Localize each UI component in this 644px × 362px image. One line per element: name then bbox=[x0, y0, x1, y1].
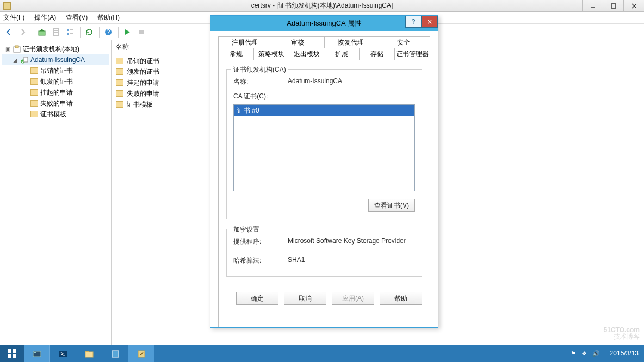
folder-icon bbox=[116, 58, 123, 64]
tab-enroll-agent[interactable]: 注册代理 bbox=[218, 36, 271, 48]
taskbar-item-powershell[interactable] bbox=[50, 345, 76, 362]
svg-rect-29 bbox=[85, 351, 89, 352]
taskbar-item-certsrv[interactable] bbox=[128, 345, 154, 362]
properties-button[interactable] bbox=[49, 26, 63, 39]
start-button[interactable] bbox=[0, 345, 24, 362]
svg-rect-25 bbox=[33, 351, 41, 357]
toolbar-separator bbox=[118, 27, 119, 38]
up-button[interactable] bbox=[35, 26, 48, 39]
taskbar-item-generic[interactable] bbox=[102, 345, 128, 362]
maximize-button[interactable] bbox=[603, 0, 623, 12]
folder-icon bbox=[30, 89, 38, 96]
network-icon[interactable]: ❖ bbox=[581, 350, 587, 357]
ca-cert-label: CA 证书(C): bbox=[233, 92, 415, 101]
tab-storage[interactable]: 存储 bbox=[359, 48, 395, 60]
dialog-tabs-row1: 注册代理 审核 恢复代理 安全 bbox=[218, 36, 430, 48]
refresh-button[interactable] bbox=[83, 26, 96, 39]
tree-ca-node[interactable]: ◢ Adatum-IssuingCA bbox=[2, 54, 109, 65]
minimize-button[interactable] bbox=[582, 0, 603, 12]
name-value: Adatum-IssuingCA bbox=[288, 77, 342, 86]
taskbar-date: 2015/3/13 bbox=[610, 350, 639, 357]
tree-child[interactable]: 吊销的证书 bbox=[2, 65, 109, 76]
taskbar-item-explorer[interactable] bbox=[76, 345, 102, 362]
svg-rect-21 bbox=[8, 349, 11, 353]
folder-icon bbox=[30, 100, 38, 107]
dialog-close-button[interactable] bbox=[422, 16, 438, 28]
svg-rect-8 bbox=[67, 29, 69, 31]
svg-text:?: ? bbox=[107, 28, 110, 36]
tab-cert-manager[interactable]: 证书管理器 bbox=[394, 48, 430, 60]
tab-policy-module[interactable]: 策略模块 bbox=[253, 48, 289, 60]
back-button[interactable] bbox=[2, 26, 15, 39]
list-item-label: 吊销的证书 bbox=[127, 57, 159, 66]
folder-icon bbox=[116, 68, 123, 75]
svg-rect-23 bbox=[8, 354, 11, 358]
hash-label: 哈希算法: bbox=[233, 256, 288, 265]
toolbar-separator bbox=[33, 27, 33, 38]
expand-icon[interactable]: ◢ bbox=[12, 57, 18, 63]
tree-child[interactable]: 证书模板 bbox=[2, 109, 109, 120]
folder-icon bbox=[30, 78, 38, 85]
stop-button[interactable] bbox=[135, 26, 148, 39]
menu-help[interactable]: 帮助(H) bbox=[97, 13, 120, 22]
svg-rect-24 bbox=[13, 354, 16, 358]
tree-child-label: 证书模板 bbox=[40, 110, 66, 119]
dialog-footer: 确定 取消 应用(A) 帮助 bbox=[226, 286, 422, 313]
dialog-help-button[interactable]: ? bbox=[405, 16, 422, 28]
tab-recovery-agent[interactable]: 恢复代理 bbox=[324, 36, 377, 48]
name-label: 名称: bbox=[233, 77, 288, 86]
list-small-icon[interactable] bbox=[64, 26, 77, 39]
svg-rect-9 bbox=[67, 33, 69, 35]
cancel-button[interactable]: 取消 bbox=[284, 292, 326, 305]
tab-audit[interactable]: 审核 bbox=[271, 36, 324, 48]
ca-cert-item-selected[interactable]: 证书 #0 bbox=[234, 105, 414, 116]
play-button[interactable] bbox=[121, 26, 134, 39]
collapse-icon[interactable]: ▣ bbox=[4, 46, 11, 52]
list-item-label: 挂起的申请 bbox=[127, 78, 159, 88]
tree-root[interactable]: ▣ 证书颁发机构(本地) bbox=[2, 43, 109, 54]
svg-rect-4 bbox=[39, 31, 45, 35]
tree-child[interactable]: 颁发的证书 bbox=[2, 76, 109, 87]
properties-dialog: Adatum-IssuingCA 属性 ? 注册代理 审核 恢复代理 安全 常规… bbox=[210, 15, 438, 328]
menu-file[interactable]: 文件(F) bbox=[3, 13, 24, 22]
group-ca-title: 证书颁发机构(CA) bbox=[231, 65, 288, 74]
ok-button[interactable]: 确定 bbox=[236, 292, 278, 305]
tree-child[interactable]: 挂起的申请 bbox=[2, 87, 109, 98]
svg-rect-22 bbox=[13, 349, 16, 353]
svg-rect-30 bbox=[112, 351, 119, 357]
tab-extensions[interactable]: 扩展 bbox=[324, 48, 360, 60]
tree-child-label: 挂起的申请 bbox=[40, 88, 73, 97]
help-button[interactable]: 帮助 bbox=[380, 292, 422, 305]
taskbar: ⚑ ❖ 🔊 2015/3/13 bbox=[0, 345, 644, 362]
hash-value: SHA1 bbox=[288, 256, 305, 265]
close-button[interactable] bbox=[623, 0, 644, 12]
svg-rect-26 bbox=[34, 352, 36, 353]
flag-icon[interactable]: ⚑ bbox=[571, 350, 576, 357]
taskbar-item-server-manager[interactable] bbox=[24, 345, 50, 362]
tab-security[interactable]: 安全 bbox=[377, 36, 430, 48]
tab-exit-module[interactable]: 退出模块 bbox=[289, 48, 325, 60]
system-tray[interactable]: ⚑ ❖ 🔊 bbox=[561, 345, 604, 362]
apply-button[interactable]: 应用(A) bbox=[332, 292, 374, 305]
folder-icon bbox=[30, 111, 38, 117]
dialog-title: Adatum-IssuingCA 属性 bbox=[210, 18, 438, 28]
sound-icon[interactable]: 🔊 bbox=[592, 350, 600, 357]
tab-content-general: 证书颁发机构(CA) 名称: Adatum-IssuingCA CA 证书(C)… bbox=[218, 60, 430, 327]
forward-button[interactable] bbox=[16, 26, 29, 39]
menu-view[interactable]: 查看(V) bbox=[66, 13, 88, 22]
svg-rect-28 bbox=[85, 352, 93, 357]
ca-root-icon bbox=[13, 45, 21, 53]
ca-cert-listbox[interactable]: 证书 #0 bbox=[233, 104, 415, 191]
list-item-label: 失败的申请 bbox=[127, 89, 159, 98]
taskbar-clock[interactable]: 2015/3/13 bbox=[604, 345, 644, 362]
dialog-body: 注册代理 审核 恢复代理 安全 常规 策略模块 退出模块 扩展 存储 证书管理器… bbox=[210, 31, 438, 327]
menu-action[interactable]: 操作(A) bbox=[34, 13, 56, 22]
dialog-titlebar[interactable]: Adatum-IssuingCA 属性 ? bbox=[210, 16, 438, 31]
group-ca: 证书颁发机构(CA) 名称: Adatum-IssuingCA CA 证书(C)… bbox=[226, 69, 422, 219]
help-button[interactable]: ? bbox=[102, 26, 115, 39]
window-buttons bbox=[582, 0, 644, 12]
view-cert-button[interactable]: 查看证书(V) bbox=[368, 199, 415, 212]
tab-general[interactable]: 常规 bbox=[218, 48, 254, 60]
tree-pane[interactable]: ▣ 证书颁发机构(本地) ◢ Adatum-IssuingCA 吊销的证书 颁发… bbox=[0, 40, 112, 345]
tree-child[interactable]: 失败的申请 bbox=[2, 98, 109, 109]
